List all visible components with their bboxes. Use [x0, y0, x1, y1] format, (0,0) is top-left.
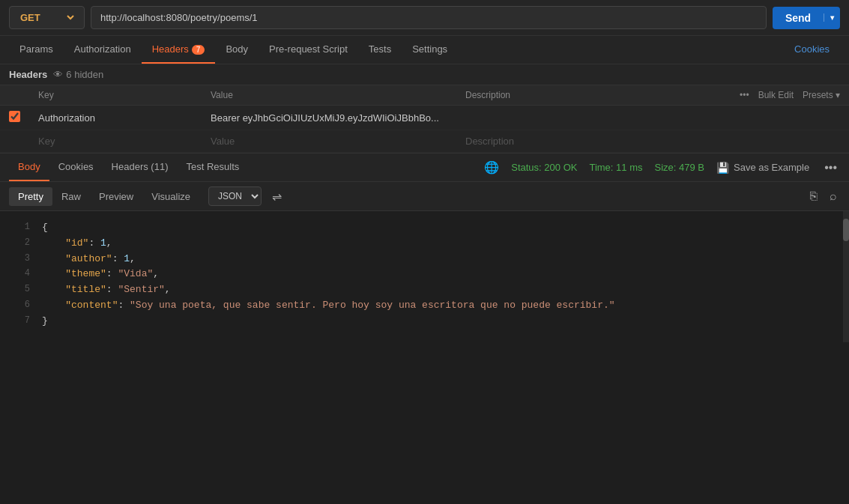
globe-icon: 🌐: [484, 160, 499, 174]
row-checkbox[interactable]: [9, 111, 20, 122]
row-key: Authorization: [29, 106, 202, 130]
request-tab-bar: Params Authorization Headers7 Body Pre-r…: [0, 36, 849, 64]
fmt-tab-pretty[interactable]: Pretty: [9, 187, 52, 206]
placeholder-checkbox-cell: [0, 130, 29, 153]
code-content-2: "id": 1,: [42, 236, 112, 252]
time-value: 11 ms: [616, 162, 642, 173]
copy-button[interactable]: ⎘: [807, 188, 821, 204]
tab-settings[interactable]: Settings: [402, 36, 458, 64]
code-line-6: 6 "content": "Soy una poeta, que sabe se…: [0, 298, 849, 314]
placeholder-desc-text: Description: [465, 136, 514, 147]
code-content-5: "title": "Sentir",: [42, 282, 171, 298]
hidden-badge: 👁 6 hidden: [53, 69, 103, 80]
code-content-4: "theme": "Vida",: [42, 267, 159, 282]
resp-tab-test-results[interactable]: Test Results: [177, 154, 248, 181]
code-line-5: 5 "title": "Sentir",: [0, 282, 849, 298]
status-display: Status: 200 OK: [511, 162, 577, 173]
resp-tab-cookies[interactable]: Cookies: [49, 154, 103, 181]
time-prefix: Time:: [589, 162, 613, 173]
row-value: Bearer eyJhbGciOiJIUzUxMiJ9.eyJzdWIiOiJB…: [202, 106, 456, 130]
send-button[interactable]: Send ▾: [773, 7, 840, 29]
col-description-header: Description ••• Bulk Edit Presets ▾: [456, 85, 849, 106]
placeholder-value-text: Value: [211, 136, 235, 147]
search-button[interactable]: ⌕: [827, 188, 840, 204]
wrap-button[interactable]: ⇌: [268, 188, 286, 205]
col-checkbox: [0, 85, 29, 106]
placeholder-key: Key: [29, 130, 202, 153]
tab-headers-label: Headers: [152, 43, 189, 55]
code-line-4: 4 "theme": "Vida",: [0, 267, 849, 282]
placeholder-description: Description: [456, 130, 849, 153]
code-line-1: 1 {: [0, 220, 849, 236]
line-num-7: 7: [9, 314, 30, 328]
response-tab-bar: Body Cookies Headers (11) Test Results 🌐…: [0, 154, 849, 182]
headers-title-bar: Headers 👁 6 hidden: [0, 64, 849, 85]
line-num-3: 3: [9, 252, 30, 266]
val-text: Bearer eyJhbGciOiJIUzUxMiJ9.eyJzdWIiOiJB…: [211, 112, 439, 124]
method-dropdown[interactable]: GET POST PUT PATCH DELETE HEAD OPTIONS: [17, 11, 76, 24]
line-num-1: 1: [9, 220, 30, 234]
tab-authorization[interactable]: Authorization: [64, 36, 142, 64]
code-line-7: 7 }: [0, 314, 849, 330]
code-line-2: 2 "id": 1,: [0, 236, 849, 252]
col-value: Value: [202, 85, 456, 106]
row-checkbox-cell[interactable]: [0, 106, 29, 130]
description-col-label: Description: [465, 90, 510, 100]
tab-headers[interactable]: Headers7: [142, 36, 216, 64]
table-row-placeholder: Key Value Description: [0, 130, 849, 153]
tab-tests[interactable]: Tests: [358, 36, 402, 64]
row-description: [456, 106, 849, 130]
code-line-3: 3 "author": 1,: [0, 252, 849, 267]
scrollbar-thumb-right: [843, 219, 849, 241]
key-text: Authorization: [38, 112, 95, 124]
method-selector[interactable]: GET POST PUT PATCH DELETE HEAD OPTIONS: [9, 6, 85, 29]
response-section: Body Cookies Headers (11) Test Results 🌐…: [0, 153, 849, 504]
code-brace-close: }: [42, 314, 48, 330]
fmt-actions: ⎘ ⌕: [807, 188, 840, 204]
app-container: GET POST PUT PATCH DELETE HEAD OPTIONS h…: [0, 0, 849, 504]
resp-tab-headers[interactable]: Headers (11): [103, 154, 178, 181]
fmt-tab-preview[interactable]: Preview: [90, 187, 142, 206]
tab-prerequest[interactable]: Pre-request Script: [259, 36, 358, 64]
url-input[interactable]: http://localhost:8080/poetry/poems/1: [91, 6, 767, 29]
status-code: 200 OK: [544, 162, 577, 173]
hidden-count: 6 hidden: [66, 69, 103, 80]
size-display: Size: 479 B: [655, 162, 705, 173]
placeholder-key-text: Key: [38, 136, 55, 147]
line-num-2: 2: [9, 236, 30, 250]
bulk-edit-btn[interactable]: Bulk Edit: [758, 90, 794, 100]
placeholder-value: Value: [202, 130, 456, 153]
scrollbar-right[interactable]: [843, 211, 849, 342]
send-arrow[interactable]: ▾: [824, 13, 840, 22]
send-label: Send: [773, 12, 824, 24]
resp-status-bar: 🌐 Status: 200 OK Time: 11 ms Size: 479 B…: [484, 160, 840, 174]
headers-table: Key Value Description ••• Bulk Edit Pres…: [0, 85, 849, 153]
eye-icon: 👁: [53, 69, 63, 80]
presets-btn[interactable]: Presets ▾: [803, 90, 840, 100]
save-example-label: Save as Example: [734, 162, 809, 173]
col-key: Key: [29, 85, 202, 106]
status-prefix: Status:: [511, 162, 541, 173]
json-format-select[interactable]: JSON XML HTML Text: [208, 186, 262, 206]
headers-badge: 7: [192, 45, 205, 55]
line-num-4: 4: [9, 267, 30, 281]
code-brace-open: {: [42, 220, 48, 236]
more-dots-header[interactable]: •••: [740, 90, 749, 100]
table-row: Authorization Bearer eyJhbGciOiJIUzUxMiJ…: [0, 106, 849, 130]
format-bar: Pretty Raw Preview Visualize JSON XML HT…: [0, 182, 849, 211]
line-num-6: 6: [9, 298, 30, 312]
size-prefix: Size:: [655, 162, 677, 173]
code-view: 1 { 2 "id": 1, 3 "author": 1, 4 "theme":…: [0, 211, 849, 342]
tab-params[interactable]: Params: [9, 36, 64, 64]
time-display: Time: 11 ms: [589, 162, 642, 173]
fmt-tab-visualize[interactable]: Visualize: [142, 187, 199, 206]
save-icon: 💾: [716, 162, 729, 174]
fmt-tab-raw[interactable]: Raw: [52, 187, 90, 206]
resp-tab-body[interactable]: Body: [9, 154, 49, 181]
tab-body[interactable]: Body: [215, 36, 259, 64]
cookies-link[interactable]: Cookies: [784, 36, 840, 64]
save-example-button[interactable]: 💾 Save as Example: [716, 162, 809, 174]
headers-title: Headers: [9, 69, 47, 80]
code-content-6: "content": "Soy una poeta, que sabe sent…: [42, 298, 615, 314]
more-options-btn[interactable]: •••: [821, 161, 840, 174]
